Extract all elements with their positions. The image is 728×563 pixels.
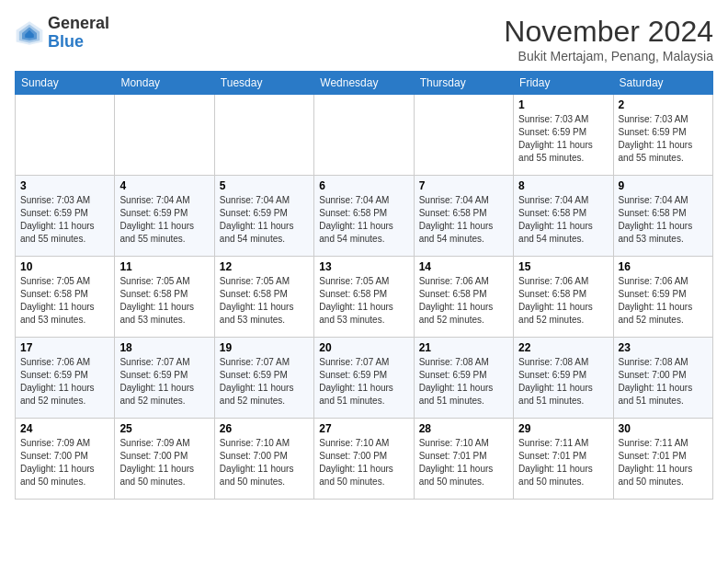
day-number: 22 [518, 341, 608, 354]
day-info: Sunrise: 7:09 AM Sunset: 7:00 PM Dayligh… [119, 437, 209, 488]
day-info: Sunrise: 7:08 AM Sunset: 6:59 PM Dayligh… [518, 356, 608, 408]
day-number: 18 [119, 341, 209, 354]
day-number: 21 [419, 341, 508, 354]
day-info: Sunrise: 7:04 AM Sunset: 6:58 PM Dayligh… [518, 194, 608, 246]
day-info: Sunrise: 7:03 AM Sunset: 6:59 PM Dayligh… [518, 113, 608, 165]
weekday-header: Friday [514, 72, 613, 95]
day-info: Sunrise: 7:06 AM Sunset: 6:59 PM Dayligh… [619, 275, 708, 327]
calendar-day-cell: 24Sunrise: 7:09 AM Sunset: 7:00 PM Dayli… [16, 419, 115, 500]
calendar-day-cell: 15Sunrise: 7:06 AM Sunset: 6:58 PM Dayli… [514, 257, 613, 338]
calendar-day-cell: 17Sunrise: 7:06 AM Sunset: 6:59 PM Dayli… [16, 338, 115, 419]
day-info: Sunrise: 7:05 AM Sunset: 6:58 PM Dayligh… [319, 275, 408, 327]
calendar-day-cell: 26Sunrise: 7:10 AM Sunset: 7:00 PM Dayli… [214, 419, 313, 500]
calendar-table: SundayMondayTuesdayWednesdayThursdayFrid… [15, 71, 713, 500]
calendar-day-cell: 5Sunrise: 7:04 AM Sunset: 6:59 PM Daylig… [214, 176, 313, 257]
day-number: 1 [518, 98, 608, 111]
day-info: Sunrise: 7:05 AM Sunset: 6:58 PM Dayligh… [220, 275, 309, 327]
day-number: 24 [20, 422, 109, 435]
title-block: November 2024 Bukit Mertajam, Penang, Ma… [504, 15, 713, 63]
calendar-day-cell [214, 95, 313, 176]
calendar-day-cell: 19Sunrise: 7:07 AM Sunset: 6:59 PM Dayli… [214, 338, 313, 419]
day-number: 16 [619, 260, 708, 273]
day-info: Sunrise: 7:07 AM Sunset: 6:59 PM Dayligh… [319, 356, 408, 408]
day-number: 7 [419, 179, 508, 192]
day-info: Sunrise: 7:06 AM Sunset: 6:58 PM Dayligh… [518, 275, 608, 327]
day-info: Sunrise: 7:10 AM Sunset: 7:00 PM Dayligh… [319, 437, 408, 488]
calendar-day-cell [16, 95, 115, 176]
day-info: Sunrise: 7:10 AM Sunset: 7:00 PM Dayligh… [220, 437, 309, 488]
day-info: Sunrise: 7:09 AM Sunset: 7:00 PM Dayligh… [20, 437, 109, 488]
day-info: Sunrise: 7:04 AM Sunset: 6:59 PM Dayligh… [220, 194, 309, 246]
location-subtitle: Bukit Mertajam, Penang, Malaysia [504, 49, 713, 63]
day-number: 28 [419, 422, 508, 435]
weekday-header: Monday [115, 72, 214, 95]
page-header: General Blue November 2024 Bukit Mertaja… [15, 15, 713, 63]
weekday-header: Wednesday [314, 72, 414, 95]
day-info: Sunrise: 7:03 AM Sunset: 6:59 PM Dayligh… [619, 113, 708, 165]
day-number: 20 [319, 341, 408, 354]
day-number: 3 [20, 179, 109, 192]
weekday-header: Thursday [414, 72, 513, 95]
logo-general: General [48, 14, 109, 32]
calendar-day-cell: 8Sunrise: 7:04 AM Sunset: 6:58 PM Daylig… [514, 176, 613, 257]
day-number: 15 [518, 260, 608, 273]
calendar-day-cell [414, 95, 513, 176]
day-info: Sunrise: 7:04 AM Sunset: 6:58 PM Dayligh… [319, 194, 408, 246]
day-info: Sunrise: 7:11 AM Sunset: 7:01 PM Dayligh… [619, 437, 708, 488]
day-number: 8 [518, 179, 608, 192]
logo: General Blue [15, 15, 109, 52]
calendar-week-row: 1Sunrise: 7:03 AM Sunset: 6:59 PM Daylig… [16, 95, 713, 176]
day-info: Sunrise: 7:07 AM Sunset: 6:59 PM Dayligh… [119, 356, 209, 408]
day-info: Sunrise: 7:04 AM Sunset: 6:59 PM Dayligh… [119, 194, 209, 246]
day-info: Sunrise: 7:03 AM Sunset: 6:59 PM Dayligh… [20, 194, 109, 246]
calendar-day-cell: 2Sunrise: 7:03 AM Sunset: 6:59 PM Daylig… [613, 95, 712, 176]
day-number: 5 [220, 179, 309, 192]
calendar-day-cell [314, 95, 414, 176]
day-number: 2 [619, 98, 708, 111]
calendar-day-cell: 4Sunrise: 7:04 AM Sunset: 6:59 PM Daylig… [115, 176, 214, 257]
day-info: Sunrise: 7:07 AM Sunset: 6:59 PM Dayligh… [220, 356, 309, 408]
calendar-day-cell: 9Sunrise: 7:04 AM Sunset: 6:58 PM Daylig… [613, 176, 712, 257]
logo-text: General Blue [48, 15, 109, 52]
day-number: 14 [419, 260, 508, 273]
calendar-day-cell: 13Sunrise: 7:05 AM Sunset: 6:58 PM Dayli… [314, 257, 414, 338]
weekday-header: Tuesday [214, 72, 313, 95]
calendar-week-row: 10Sunrise: 7:05 AM Sunset: 6:58 PM Dayli… [16, 257, 713, 338]
calendar-day-cell: 14Sunrise: 7:06 AM Sunset: 6:58 PM Dayli… [414, 257, 513, 338]
calendar-day-cell: 27Sunrise: 7:10 AM Sunset: 7:00 PM Dayli… [314, 419, 414, 500]
calendar-week-row: 3Sunrise: 7:03 AM Sunset: 6:59 PM Daylig… [16, 176, 713, 257]
day-number: 27 [319, 422, 408, 435]
calendar-day-cell: 7Sunrise: 7:04 AM Sunset: 6:58 PM Daylig… [414, 176, 513, 257]
month-title: November 2024 [504, 15, 713, 49]
day-info: Sunrise: 7:08 AM Sunset: 6:59 PM Dayligh… [419, 356, 508, 408]
logo-icon [15, 18, 44, 48]
day-number: 6 [319, 179, 408, 192]
calendar-day-cell [115, 95, 214, 176]
calendar-day-cell: 1Sunrise: 7:03 AM Sunset: 6:59 PM Daylig… [514, 95, 613, 176]
day-info: Sunrise: 7:05 AM Sunset: 6:58 PM Dayligh… [20, 275, 109, 327]
weekday-header: Sunday [16, 72, 115, 95]
day-number: 12 [220, 260, 309, 273]
day-info: Sunrise: 7:08 AM Sunset: 7:00 PM Dayligh… [619, 356, 708, 408]
day-info: Sunrise: 7:05 AM Sunset: 6:58 PM Dayligh… [119, 275, 209, 327]
calendar-day-cell: 6Sunrise: 7:04 AM Sunset: 6:58 PM Daylig… [314, 176, 414, 257]
calendar-day-cell: 21Sunrise: 7:08 AM Sunset: 6:59 PM Dayli… [414, 338, 513, 419]
calendar-week-row: 24Sunrise: 7:09 AM Sunset: 7:00 PM Dayli… [16, 419, 713, 500]
day-number: 23 [619, 341, 708, 354]
calendar-day-cell: 3Sunrise: 7:03 AM Sunset: 6:59 PM Daylig… [16, 176, 115, 257]
day-number: 4 [119, 179, 209, 192]
calendar-day-cell: 12Sunrise: 7:05 AM Sunset: 6:58 PM Dayli… [214, 257, 313, 338]
day-number: 13 [319, 260, 408, 273]
calendar-day-cell: 11Sunrise: 7:05 AM Sunset: 6:58 PM Dayli… [115, 257, 214, 338]
calendar-header-row: SundayMondayTuesdayWednesdayThursdayFrid… [16, 72, 713, 95]
day-info: Sunrise: 7:06 AM Sunset: 6:59 PM Dayligh… [20, 356, 109, 408]
calendar-day-cell: 10Sunrise: 7:05 AM Sunset: 6:58 PM Dayli… [16, 257, 115, 338]
day-number: 30 [619, 422, 708, 435]
calendar-week-row: 17Sunrise: 7:06 AM Sunset: 6:59 PM Dayli… [16, 338, 713, 419]
logo-blue: Blue [48, 32, 84, 51]
day-info: Sunrise: 7:06 AM Sunset: 6:58 PM Dayligh… [419, 275, 508, 327]
day-number: 17 [20, 341, 109, 354]
day-number: 25 [119, 422, 209, 435]
calendar-day-cell: 18Sunrise: 7:07 AM Sunset: 6:59 PM Dayli… [115, 338, 214, 419]
weekday-header: Saturday [613, 72, 712, 95]
